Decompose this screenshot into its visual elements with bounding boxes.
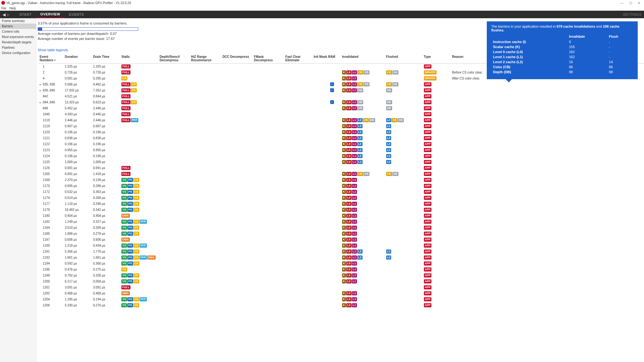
table-row[interactable]: 11870.606 µs0.606 µsDMAKL0L1APP	[38, 237, 644, 243]
badge-vs: VS	[121, 226, 127, 230]
col-stalls[interactable]: Stalls	[119, 54, 158, 63]
table-row[interactable]: ▸844..84613.323 µs6.623 µsFULLCS✓KL0L1DB…	[38, 99, 644, 105]
badge-cs: CS	[133, 178, 139, 182]
badge-l1: L1	[352, 261, 357, 266]
badge-type: APP	[424, 100, 432, 104]
col-duration[interactable]: Duration	[63, 54, 91, 63]
badge-l1: L1	[352, 267, 357, 272]
table-row[interactable]: 11182.446 µs2.446 µsFULLPFPKL0L1L2CBDBL2…	[38, 117, 644, 123]
sidebar-item-pipelines[interactable]: Pipelines	[0, 45, 36, 50]
col-dcc[interactable]: DCC Decompress	[221, 54, 252, 63]
table-row[interactable]: ▸835..8365.566 µs4.462 µsFULLCS✓KL0L1CBD…	[38, 81, 644, 87]
badge-k: K	[342, 142, 346, 146]
nav-forward-icon[interactable]: ▶	[7, 12, 10, 17]
col-event-numbers[interactable]: Event Numbers ▾	[38, 54, 63, 63]
table-row[interactable]: 11740.514 µs0.268 µsVSPSCSKL0L1APP	[38, 195, 644, 201]
badge-cb: CB	[363, 118, 369, 122]
badge-k: K	[342, 226, 346, 230]
table-row[interactable]: 8485.452 µs2.446 µsFULLKL0L1DBDBAPP	[38, 105, 644, 111]
table-row[interactable]: 12013.091 µs3.091 µsFULLAPP	[38, 284, 644, 290]
badge-db: DB	[364, 70, 369, 74]
tab-events[interactable]: EVENTS	[64, 11, 88, 18]
badge-type: APP	[424, 130, 432, 134]
settings-link[interactable]: SETTINGS	[623, 13, 641, 16]
badge-k: K	[342, 106, 346, 110]
badge-l1: L1	[352, 100, 357, 104]
table-row[interactable]: 11200.196 µs0.196 µsKL0L1L2L2APP	[38, 129, 644, 135]
table-row[interactable]: 11682.370 µs0.139 µsVSPSCSKL0L1APP	[38, 177, 644, 183]
col-hiz-range[interactable]: HiZ Range Resummarize	[189, 54, 221, 63]
table-row[interactable]: 11915.356 µs1.778 µsVSPSCSKL0L1L2L2APP	[38, 249, 644, 255]
menu-help[interactable]: Help	[9, 7, 16, 10]
table-row[interactable]: 11921.661 µs1.661 µsVSPSCSPFPDMAKL0L1L2L…	[38, 255, 644, 261]
sidebar-item-context-rolls[interactable]: Context rolls	[0, 29, 36, 34]
sidebar-item-frame-summary[interactable]: Frame summary	[0, 18, 36, 24]
table-row[interactable]: 117919.482 µs0.342 µsVSPSCSKL0L1APP	[38, 207, 644, 213]
table-row[interactable]: 12065.330 µs0.276 µsVSPSCSKL0L1APP	[38, 302, 644, 308]
tab-overview[interactable]: OVERVIEW	[36, 11, 64, 18]
sidebar-item-barriers[interactable]: Barriers	[0, 24, 36, 29]
table-row[interactable]: 11700.695 µs0.286 µsVSPSCSKL0L1APP	[38, 183, 644, 189]
sidebar-item-render-depth[interactable]: Render/depth targets	[0, 40, 36, 45]
badge-vs: VS	[121, 261, 127, 266]
badge-cb: CB	[386, 70, 392, 74]
badge-l1: L1	[352, 244, 357, 248]
col-init-mask-ram[interactable]: Init Mask RAM	[312, 54, 340, 63]
sidebar-item-most-expensive[interactable]: Most expensive events	[0, 34, 36, 40]
col-drain-time[interactable]: Drain Time	[91, 54, 119, 63]
badge-pfp: PFP	[140, 297, 147, 301]
badge-l1: L1	[352, 226, 357, 230]
badge-type: APP	[424, 255, 432, 260]
badge-l0: L0	[346, 136, 352, 140]
expand-icon[interactable]: ▸	[40, 101, 42, 104]
badge-type: APP	[424, 291, 432, 295]
col-fast-clear[interactable]: Fast Clear Eliminate	[284, 54, 312, 63]
table-row[interactable]: 11190.997 µs0.997 µsKL0L1L2L2APP	[38, 123, 644, 129]
table-row[interactable]: 12006.217 µs0.058 µsVSPSCSKL0L1APP	[38, 278, 644, 284]
table-row[interactable]: 11891.218 µs0.434 µsVSPSCSPFPKL0L1APP	[38, 243, 644, 249]
table-row[interactable]: 11656.891 µs1.418 µsFULLKL0L1CBDBCBDBAPP	[38, 171, 644, 177]
table-row[interactable]: 11960.476 µs0.275 µsCSKL0L1APP	[38, 266, 644, 272]
menu-file[interactable]: File	[1, 7, 6, 10]
badge-full: FULL	[121, 82, 130, 86]
col-invalidated[interactable]: Invalidated	[340, 54, 384, 63]
badge-type: APP	[424, 106, 432, 110]
badge-k: K	[342, 172, 346, 176]
table-row[interactable]: 11843.510 µs0.269 µsVSPSCSKL0L1APP	[38, 225, 644, 231]
expand-icon[interactable]: ▸	[40, 89, 42, 92]
col-type[interactable]: Type	[422, 54, 450, 63]
nav-back-icon[interactable]: ◀	[3, 12, 6, 17]
table-row[interactable]: 12020.408 µs0.408 µsDMAKL0L1APP	[38, 290, 644, 296]
col-fmask[interactable]: FMask Decompress	[252, 54, 284, 63]
table-row[interactable]: 11251.009 µs1.009 µsKL0L1L2L2APP	[38, 159, 644, 165]
badge-l1: L1	[352, 88, 357, 92]
table-row[interactable]: 11821.249 µs0.327 µsVSPSCSPFPKL0L1APP	[38, 219, 644, 225]
table-row[interactable]: 10454.393 µs0.445 µsFULLAPP	[38, 111, 644, 117]
close-icon[interactable]: ✕	[638, 1, 640, 5]
col-flushed[interactable]: Flushed	[384, 54, 422, 63]
table-row[interactable]: 12041.295 µs0.194 µsVSPSCSPFPKL0L1APP	[38, 296, 644, 302]
table-row[interactable]: 11220.196 µs0.196 µsKL0L1L2L2APP	[38, 141, 644, 147]
col-depth-stencil[interactable]: Depth/Stencil Decompress	[158, 54, 189, 63]
table-row[interactable]: 11240.196 µs0.196 µsKL0L1L2L2APP	[38, 153, 644, 159]
sidebar-item-device-config[interactable]: Device configuration	[0, 50, 36, 56]
badge-l1: L1	[352, 136, 357, 140]
table-row[interactable]: 11771.118 µs0.290 µsVSPSCSKL0L1APP	[38, 201, 644, 207]
table-row[interactable]: 11861.888 µs0.278 µsVSPSCSKL0L1APP	[38, 231, 644, 237]
badge-k: K	[342, 82, 346, 86]
table-row[interactable]: 11720.532 µs0.363 µsVSPSCSKL0L1APP	[38, 189, 644, 195]
table-row[interactable]: 11230.955 µs0.955 µsKL0L1L2L2APP	[38, 147, 644, 153]
table-row[interactable]: 11800.404 µs0.404 µsDMAKL0L1APP	[38, 213, 644, 219]
maximize-icon[interactable]: ▢	[629, 1, 632, 5]
table-row[interactable]: 11940.592 µs0.360 µsVSPSCSKL0L1APP	[38, 261, 644, 266]
barriers-table: Event Numbers ▾ Duration Drain Time Stal…	[38, 54, 644, 308]
table-row[interactable]: 8424.521 µs0.844 µsFULLAPP	[38, 93, 644, 99]
minimize-icon[interactable]: —	[620, 1, 624, 5]
tab-start[interactable]: START	[15, 11, 36, 18]
expand-icon[interactable]: ▸	[40, 83, 42, 86]
badge-l0: L0	[346, 184, 352, 188]
table-row[interactable]: 11210.838 µs0.838 µsKL0L1L2L2APP	[38, 135, 644, 141]
table-row[interactable]: 11980.792 µs0.200 µsVSPSCSKL0L1APP	[38, 272, 644, 278]
table-row[interactable]: ▸838..84017.932 µs7.352 µsFULLCS✓KL0L1DB…	[38, 87, 644, 93]
table-row[interactable]: 11260.691 µs0.691 µsFULLAPP	[38, 165, 644, 171]
